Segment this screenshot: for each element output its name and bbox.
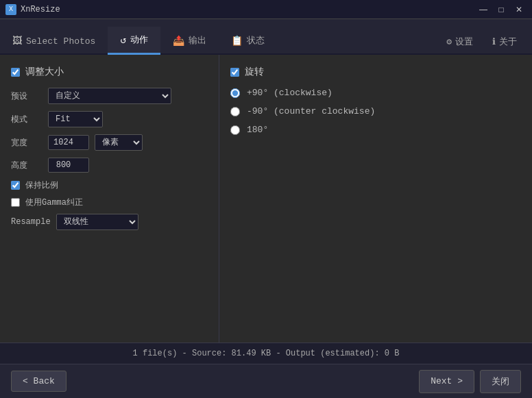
output-icon: 📤: [173, 35, 184, 47]
gamma-label: 使用Gamma纠正: [25, 197, 83, 208]
close-label: 关闭: [492, 375, 509, 388]
height-spinbox: [48, 158, 89, 173]
mode-select[interactable]: Fit Stretch Crop: [48, 111, 103, 127]
tab-action[interactable]: ↺ 动作: [108, 27, 160, 55]
about-icon: ℹ: [492, 36, 496, 47]
rotate-checkbox[interactable]: [230, 68, 239, 77]
keep-ratio-checkbox[interactable]: [11, 181, 20, 190]
rotate-90ccw-label: -90° (counter clockwise): [247, 106, 375, 116]
tab-select-photos-label: Select Photos: [26, 36, 95, 47]
main-content: 调整大小 预设 自定义 模式 Fit Stretch Crop 宽度 像: [0, 55, 532, 343]
back-button[interactable]: < Back: [11, 371, 66, 392]
gamma-row: 使用Gamma纠正: [11, 197, 208, 208]
width-row: 宽度 像素 % cm inch: [11, 134, 208, 151]
app-title: XnResize: [21, 5, 60, 14]
resize-section-header: 调整大小: [11, 66, 208, 78]
next-button[interactable]: Next >: [419, 370, 474, 393]
rotate-90cw-label: +90° (clockwise): [247, 88, 332, 98]
keep-ratio-label: 保持比例: [25, 179, 58, 191]
mode-label: 模式: [11, 114, 43, 125]
tab-output[interactable]: 📤 输出: [160, 27, 219, 55]
tab-status[interactable]: 📋 状态: [219, 27, 277, 55]
resample-row: Resample 双线性 双三次 Lanczos: [11, 214, 208, 230]
window-close-button[interactable]: ✕: [511, 3, 527, 16]
select-photos-icon: 🖼: [12, 36, 22, 47]
preset-label: 预设: [11, 90, 43, 102]
resize-checkbox[interactable]: [11, 68, 20, 77]
resample-select[interactable]: 双线性 双三次 Lanczos: [56, 214, 138, 230]
height-row: 高度: [11, 158, 208, 173]
app-icon-text: X: [9, 5, 13, 13]
settings-label: 设置: [455, 36, 473, 48]
app-icon: X: [5, 4, 16, 15]
height-input[interactable]: [48, 158, 89, 173]
rotate-radio-group: +90° (clockwise) -90° (counter clockwise…: [230, 88, 521, 135]
status-bar: 1 file(s) - Source: 81.49 KB - Output (e…: [0, 343, 532, 364]
resize-section-title: 调整大小: [25, 66, 64, 78]
title-bar: X XnResize — □ ✕: [0, 0, 532, 19]
preset-select[interactable]: 自定义: [48, 88, 171, 104]
top-right-actions: ⚙ 设置 ℹ 关于: [438, 30, 532, 53]
tab-select-photos[interactable]: 🖼 Select Photos: [0, 29, 108, 55]
unit-select[interactable]: 像素 % cm inch: [95, 134, 143, 151]
mode-row: 模式 Fit Stretch Crop: [11, 111, 208, 127]
width-label: 宽度: [11, 137, 43, 149]
rotate-90ccw-radio[interactable]: [230, 107, 240, 116]
rotate-section-header: 旋转: [230, 66, 521, 78]
resample-label: Resample: [11, 217, 51, 227]
settings-icon: ⚙: [446, 36, 452, 47]
width-spinbox: [48, 135, 89, 150]
settings-button[interactable]: ⚙ 设置: [438, 30, 481, 53]
tab-action-label: 动作: [130, 34, 148, 46]
bottom-bar: < Back Next > 关闭: [0, 364, 532, 398]
action-icon: ↺: [120, 34, 125, 46]
close-button[interactable]: 关闭: [480, 370, 521, 393]
tab-status-label: 状态: [247, 34, 265, 47]
back-label: < Back: [23, 376, 55, 386]
rotate-90cw-radio[interactable]: [230, 88, 240, 98]
rotate-180-row: 180°: [230, 125, 521, 135]
title-bar-left: X XnResize: [5, 4, 60, 15]
rotate-180-label: 180°: [247, 125, 268, 135]
bottom-right-buttons: Next > 关闭: [419, 370, 521, 393]
about-label: 关于: [499, 36, 517, 48]
maximize-button[interactable]: □: [494, 3, 509, 16]
minimize-button[interactable]: —: [476, 3, 491, 16]
rotate-180-radio[interactable]: [230, 125, 240, 135]
rotate-section-title: 旋转: [245, 66, 264, 78]
preset-row: 预设 自定义: [11, 88, 208, 104]
height-label: 高度: [11, 160, 43, 171]
about-button[interactable]: ℹ 关于: [484, 30, 525, 53]
width-input[interactable]: [48, 135, 89, 150]
title-bar-controls: — □ ✕: [476, 3, 527, 16]
gamma-checkbox[interactable]: [11, 198, 20, 207]
tab-output-label: 输出: [189, 34, 206, 47]
next-label: Next >: [431, 376, 463, 386]
left-panel: 调整大小 预设 自定义 模式 Fit Stretch Crop 宽度 像: [0, 55, 219, 343]
keep-ratio-row: 保持比例: [11, 179, 208, 191]
rotate-90ccw-row: -90° (counter clockwise): [230, 106, 521, 116]
status-text: 1 file(s) - Source: 81.49 KB - Output (e…: [133, 349, 400, 358]
status-tab-icon: 📋: [231, 35, 243, 47]
rotate-90cw-row: +90° (clockwise): [230, 88, 521, 98]
tab-bar: 🖼 Select Photos ↺ 动作 📤 输出 📋 状态 ⚙ 设置 ℹ 关于: [0, 19, 532, 55]
right-panel: 旋转 +90° (clockwise) -90° (counter clockw…: [219, 55, 532, 343]
